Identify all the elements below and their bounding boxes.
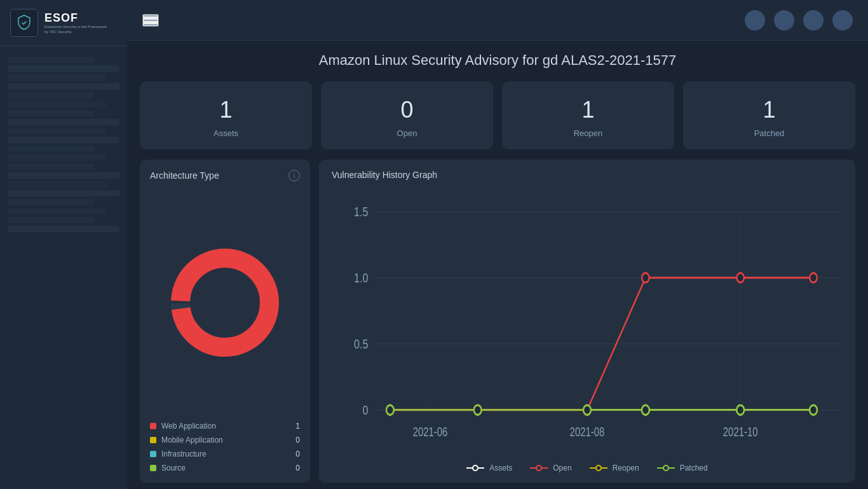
logo-shield-icon (17, 15, 31, 31)
sidebar-item[interactable] (8, 181, 107, 188)
avatar-3[interactable] (803, 10, 824, 31)
legend-dot-infra (150, 451, 156, 457)
lower-row: Architecture Type i Web Applicati (140, 160, 855, 483)
legend-left-infra: Infrastructure (150, 450, 207, 458)
sidebar-item[interactable] (8, 190, 119, 196)
sidebar-item[interactable] (8, 110, 94, 116)
sidebar-item[interactable] (8, 226, 119, 232)
topbar-right (745, 10, 853, 31)
vulnerability-chart-panel: Vulnerability History Graph 1.5 1.0 0.5 … (319, 160, 855, 483)
svg-point-42 (473, 465, 478, 471)
svg-point-26 (642, 273, 649, 282)
sidebar-item[interactable] (8, 146, 94, 152)
line-chart-svg: 1.5 1.0 0.5 0 2021-06 2021-08 2021-10 (332, 193, 843, 457)
sidebar-item[interactable] (8, 199, 94, 205)
sidebar-item[interactable] (8, 119, 119, 125)
svg-point-40 (810, 405, 817, 415)
svg-point-1 (180, 258, 269, 347)
hamburger-button[interactable] (142, 14, 159, 27)
stats-row: 1 Assets 0 Open 1 Reopen 1 Patched (140, 81, 855, 149)
chart-legend-reopen: Reopen (590, 464, 639, 472)
stat-card-reopen: 1 Reopen (502, 81, 674, 149)
legend-count-web: 1 (295, 422, 300, 430)
stat-label-open: Open (397, 128, 417, 138)
svg-point-48 (663, 465, 668, 471)
stat-label-assets: Assets (214, 128, 238, 138)
sidebar-item[interactable] (8, 208, 107, 214)
sidebar-item[interactable] (8, 101, 107, 107)
legend-count-mobile: 0 (295, 436, 300, 444)
svg-text:1.5: 1.5 (354, 204, 368, 219)
chart-legend-reopen-label: Reopen (613, 464, 639, 472)
stat-label-reopen: Reopen (574, 128, 603, 138)
chart-legend-patched-line-icon (657, 464, 675, 472)
avatar-1[interactable] (745, 10, 765, 31)
sidebar-item[interactable] (8, 155, 107, 161)
svg-point-28 (810, 273, 817, 282)
logo-subtitle: Enterprise Security is the Frameworkby T… (44, 25, 107, 34)
topbar (127, 0, 868, 41)
avatar-4[interactable] (832, 10, 853, 31)
stat-number-reopen: 1 (581, 97, 594, 123)
svg-point-37 (583, 405, 590, 415)
sidebar-item[interactable] (8, 137, 119, 143)
architecture-panel-title: Architecture Type (150, 170, 219, 181)
legend-label-source: Source (161, 464, 186, 472)
sidebar-item[interactable] (8, 74, 107, 81)
main-content: Amazon Linux Security Advisory for gd AL… (127, 0, 868, 489)
avatar-2[interactable] (774, 10, 794, 31)
chart-legend-open-line-icon (530, 464, 548, 472)
chart-legend-assets-label: Assets (489, 464, 512, 472)
legend-dot-source (150, 465, 156, 471)
chart-panel-title: Vulnerability History Graph (332, 170, 437, 180)
stat-card-assets: 1 Assets (140, 81, 312, 149)
sidebar-header: ESOF Enterprise Security is the Framewor… (0, 0, 127, 46)
donut-chart (168, 245, 282, 360)
chart-legend-patched: Patched (657, 464, 708, 472)
svg-text:2021-08: 2021-08 (570, 425, 605, 439)
logo-text: ESOF Enterprise Security is the Framewor… (44, 11, 107, 34)
legend-label-infra: Infrastructure (161, 450, 207, 458)
info-icon[interactable]: i (288, 170, 300, 181)
sidebar-item[interactable] (8, 83, 119, 90)
legend-item-infra: Infrastructure 0 (150, 450, 300, 458)
legend-left-mobile: Mobile Application (150, 436, 223, 444)
stat-label-patched: Patched (754, 128, 785, 138)
chart-legend-assets: Assets (466, 464, 512, 472)
sidebar-item[interactable] (8, 217, 94, 223)
svg-point-39 (736, 405, 743, 415)
donut-chart-container (150, 189, 300, 417)
svg-point-35 (386, 405, 393, 415)
sidebar-item[interactable] (8, 163, 94, 170)
sidebar-nav (0, 46, 127, 242)
architecture-panel-header: Architecture Type i (150, 170, 300, 181)
stat-card-open: 0 Open (321, 81, 493, 149)
legend-count-infra: 0 (295, 450, 300, 458)
logo-name: ESOF (44, 11, 107, 25)
svg-point-44 (536, 465, 541, 471)
svg-text:2021-06: 2021-06 (413, 425, 448, 439)
sidebar-item[interactable] (8, 65, 119, 72)
architecture-panel: Architecture Type i Web Applicati (140, 160, 310, 483)
legend-item-source: Source 0 (150, 464, 300, 472)
sidebar-item[interactable] (8, 57, 94, 63)
sidebar-item[interactable] (8, 128, 107, 134)
svg-text:0: 0 (362, 403, 368, 417)
sidebar-item[interactable] (8, 172, 119, 179)
page-title: Amazon Linux Security Advisory for gd AL… (140, 41, 855, 71)
legend-item-mobile: Mobile Application 0 (150, 436, 300, 444)
legend-left-web: Web Application (150, 422, 216, 430)
sidebar-item[interactable] (8, 92, 94, 99)
chart-area: 1.5 1.0 0.5 0 2021-06 2021-08 2021-10 (332, 193, 843, 457)
legend-dot-web (150, 423, 156, 429)
svg-point-36 (474, 405, 481, 415)
stat-card-patched: 1 Patched (683, 81, 855, 149)
chart-legend-reopen-line-icon (590, 464, 607, 472)
logo-box (10, 9, 38, 37)
chart-legend: Assets Open Reopen (332, 464, 843, 472)
svg-text:1.0: 1.0 (354, 270, 368, 285)
chart-legend-open-label: Open (553, 464, 571, 472)
svg-text:2021-10: 2021-10 (723, 425, 758, 439)
sidebar: ESOF Enterprise Security is the Framewor… (0, 0, 127, 489)
stat-number-assets: 1 (219, 97, 232, 123)
